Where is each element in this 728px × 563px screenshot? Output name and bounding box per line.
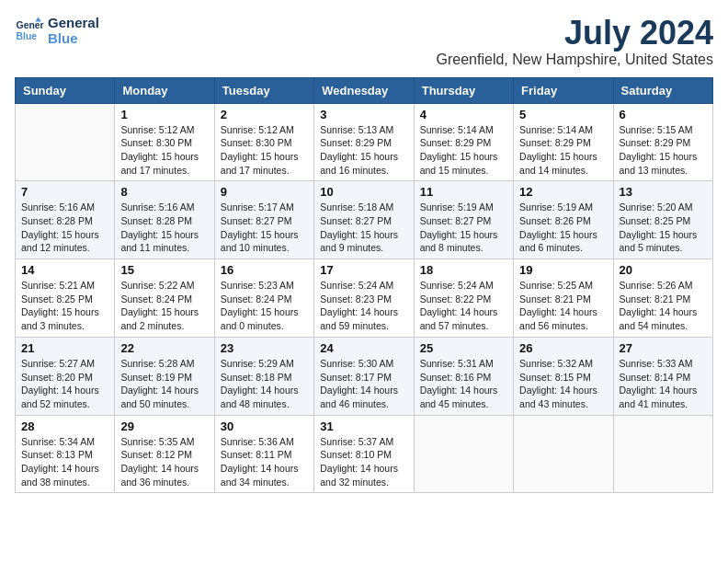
day-number: 10	[320, 185, 407, 199]
day-number: 25	[420, 341, 507, 355]
calendar-cell: 9Sunrise: 5:17 AM Sunset: 8:27 PM Daylig…	[214, 181, 313, 259]
calendar-cell: 8Sunrise: 5:16 AM Sunset: 8:28 PM Daylig…	[115, 181, 214, 259]
column-header-saturday: Saturday	[613, 77, 712, 103]
day-number: 15	[120, 263, 208, 277]
calendar-cell: 2Sunrise: 5:12 AM Sunset: 8:30 PM Daylig…	[214, 103, 313, 181]
day-number: 20	[620, 263, 707, 277]
day-number: 18	[420, 263, 507, 277]
day-info: Sunrise: 5:32 AM Sunset: 8:15 PM Dayligh…	[519, 357, 607, 411]
day-number: 8	[120, 185, 208, 199]
day-info: Sunrise: 5:29 AM Sunset: 8:18 PM Dayligh…	[221, 357, 308, 411]
day-number: 11	[420, 185, 507, 199]
day-info: Sunrise: 5:37 AM Sunset: 8:10 PM Dayligh…	[320, 435, 407, 489]
calendar-week-2: 7Sunrise: 5:16 AM Sunset: 8:28 PM Daylig…	[16, 181, 713, 259]
day-number: 2	[221, 108, 308, 121]
day-info: Sunrise: 5:34 AM Sunset: 8:13 PM Dayligh…	[21, 435, 108, 489]
calendar-cell: 31Sunrise: 5:37 AM Sunset: 8:10 PM Dayli…	[314, 415, 414, 493]
day-number: 24	[320, 341, 407, 355]
calendar-week-3: 14Sunrise: 5:21 AM Sunset: 8:25 PM Dayli…	[16, 259, 713, 338]
calendar-cell: 15Sunrise: 5:22 AM Sunset: 8:24 PM Dayli…	[115, 259, 214, 338]
day-info: Sunrise: 5:23 AM Sunset: 8:24 PM Dayligh…	[221, 279, 308, 333]
calendar-cell: 28Sunrise: 5:34 AM Sunset: 8:13 PM Dayli…	[16, 415, 115, 493]
day-info: Sunrise: 5:30 AM Sunset: 8:17 PM Dayligh…	[320, 357, 407, 411]
day-number: 4	[420, 108, 507, 121]
day-info: Sunrise: 5:19 AM Sunset: 8:26 PM Dayligh…	[519, 201, 607, 255]
day-info: Sunrise: 5:14 AM Sunset: 8:29 PM Dayligh…	[420, 123, 507, 178]
calendar-cell: 25Sunrise: 5:31 AM Sunset: 8:16 PM Dayli…	[414, 337, 513, 415]
day-info: Sunrise: 5:12 AM Sunset: 8:30 PM Dayligh…	[120, 123, 208, 178]
calendar-cell: 18Sunrise: 5:24 AM Sunset: 8:22 PM Dayli…	[414, 259, 513, 338]
logo-icon: General Blue	[15, 16, 44, 45]
day-number: 1	[120, 108, 208, 121]
calendar-cell: 3Sunrise: 5:13 AM Sunset: 8:29 PM Daylig…	[314, 103, 414, 181]
day-info: Sunrise: 5:20 AM Sunset: 8:25 PM Dayligh…	[620, 201, 707, 255]
day-info: Sunrise: 5:22 AM Sunset: 8:24 PM Dayligh…	[120, 279, 208, 333]
day-info: Sunrise: 5:33 AM Sunset: 8:14 PM Dayligh…	[620, 357, 707, 411]
calendar-cell: 5Sunrise: 5:14 AM Sunset: 8:29 PM Daylig…	[514, 103, 613, 181]
day-info: Sunrise: 5:31 AM Sunset: 8:16 PM Dayligh…	[420, 357, 507, 411]
day-number: 29	[120, 419, 208, 433]
calendar-cell: 11Sunrise: 5:19 AM Sunset: 8:27 PM Dayli…	[414, 181, 513, 259]
calendar-cell	[613, 415, 712, 493]
column-header-wednesday: Wednesday	[314, 77, 414, 103]
day-number: 14	[21, 263, 108, 277]
svg-text:General: General	[17, 20, 44, 30]
calendar-cell: 23Sunrise: 5:29 AM Sunset: 8:18 PM Dayli…	[214, 337, 313, 415]
day-number: 27	[620, 341, 707, 355]
day-info: Sunrise: 5:24 AM Sunset: 8:23 PM Dayligh…	[320, 279, 407, 333]
calendar-cell: 21Sunrise: 5:27 AM Sunset: 8:20 PM Dayli…	[16, 337, 115, 415]
calendar-header-row: SundayMondayTuesdayWednesdayThursdayFrid…	[16, 77, 713, 103]
day-info: Sunrise: 5:21 AM Sunset: 8:25 PM Dayligh…	[21, 279, 108, 333]
day-number: 21	[21, 341, 108, 355]
day-number: 3	[320, 108, 407, 121]
day-number: 23	[221, 341, 308, 355]
calendar-cell: 30Sunrise: 5:36 AM Sunset: 8:11 PM Dayli…	[214, 415, 313, 493]
day-number: 22	[120, 341, 208, 355]
day-number: 7	[21, 185, 108, 199]
calendar-week-4: 21Sunrise: 5:27 AM Sunset: 8:20 PM Dayli…	[16, 337, 713, 415]
calendar-cell: 16Sunrise: 5:23 AM Sunset: 8:24 PM Dayli…	[214, 259, 313, 338]
calendar-cell: 4Sunrise: 5:14 AM Sunset: 8:29 PM Daylig…	[414, 103, 513, 181]
calendar-cell: 24Sunrise: 5:30 AM Sunset: 8:17 PM Dayli…	[314, 337, 414, 415]
calendar-table: SundayMondayTuesdayWednesdayThursdayFrid…	[15, 77, 713, 494]
day-number: 31	[320, 419, 407, 433]
day-number: 30	[221, 419, 308, 433]
calendar-cell: 26Sunrise: 5:32 AM Sunset: 8:15 PM Dayli…	[514, 337, 613, 415]
day-info: Sunrise: 5:14 AM Sunset: 8:29 PM Dayligh…	[519, 123, 607, 178]
day-number: 6	[620, 108, 707, 121]
calendar-week-5: 28Sunrise: 5:34 AM Sunset: 8:13 PM Dayli…	[16, 415, 713, 493]
calendar-cell: 20Sunrise: 5:26 AM Sunset: 8:21 PM Dayli…	[613, 259, 712, 338]
day-info: Sunrise: 5:24 AM Sunset: 8:22 PM Dayligh…	[420, 279, 507, 333]
page-header: General Blue General Blue July 2024 Gree…	[15, 15, 713, 74]
svg-marker-2	[35, 17, 40, 22]
calendar-cell: 14Sunrise: 5:21 AM Sunset: 8:25 PM Dayli…	[16, 259, 115, 338]
day-number: 13	[620, 185, 707, 199]
main-title: July 2024	[437, 15, 713, 52]
column-header-thursday: Thursday	[414, 77, 513, 103]
day-number: 19	[519, 263, 607, 277]
calendar-cell: 17Sunrise: 5:24 AM Sunset: 8:23 PM Dayli…	[314, 259, 414, 338]
calendar-cell: 29Sunrise: 5:35 AM Sunset: 8:12 PM Dayli…	[115, 415, 214, 493]
column-header-friday: Friday	[514, 77, 613, 103]
day-info: Sunrise: 5:35 AM Sunset: 8:12 PM Dayligh…	[120, 435, 208, 489]
day-info: Sunrise: 5:27 AM Sunset: 8:20 PM Dayligh…	[21, 357, 108, 411]
day-info: Sunrise: 5:36 AM Sunset: 8:11 PM Dayligh…	[221, 435, 308, 489]
day-info: Sunrise: 5:13 AM Sunset: 8:29 PM Dayligh…	[320, 123, 407, 178]
day-info: Sunrise: 5:16 AM Sunset: 8:28 PM Dayligh…	[21, 201, 108, 255]
calendar-cell: 1Sunrise: 5:12 AM Sunset: 8:30 PM Daylig…	[115, 103, 214, 181]
day-info: Sunrise: 5:19 AM Sunset: 8:27 PM Dayligh…	[420, 201, 507, 255]
calendar-cell	[16, 103, 115, 181]
day-number: 16	[221, 263, 308, 277]
day-info: Sunrise: 5:16 AM Sunset: 8:28 PM Dayligh…	[120, 201, 208, 255]
day-info: Sunrise: 5:17 AM Sunset: 8:27 PM Dayligh…	[221, 201, 308, 255]
day-number: 5	[519, 108, 607, 121]
calendar-cell: 6Sunrise: 5:15 AM Sunset: 8:29 PM Daylig…	[613, 103, 712, 181]
day-info: Sunrise: 5:28 AM Sunset: 8:19 PM Dayligh…	[120, 357, 208, 411]
logo-line2: Blue	[48, 30, 99, 46]
column-header-monday: Monday	[115, 77, 214, 103]
day-info: Sunrise: 5:25 AM Sunset: 8:21 PM Dayligh…	[519, 279, 607, 333]
subtitle: Greenfield, New Hampshire, United States	[437, 52, 713, 68]
day-info: Sunrise: 5:26 AM Sunset: 8:21 PM Dayligh…	[620, 279, 707, 333]
calendar-cell: 22Sunrise: 5:28 AM Sunset: 8:19 PM Dayli…	[115, 337, 214, 415]
day-number: 26	[519, 341, 607, 355]
